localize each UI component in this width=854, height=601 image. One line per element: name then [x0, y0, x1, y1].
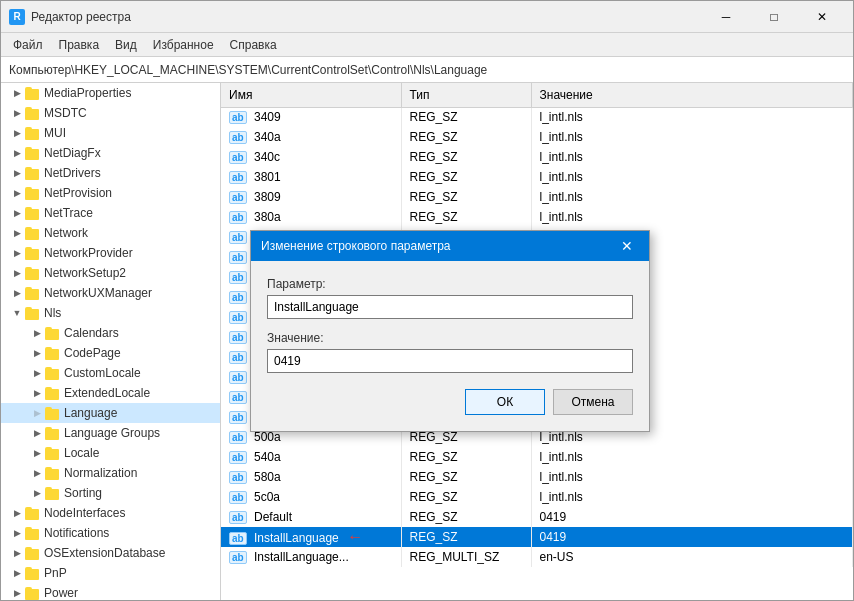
param-input[interactable] — [267, 295, 633, 319]
dialog-title: Изменение строкового параметра — [261, 239, 615, 253]
value-input[interactable] — [267, 349, 633, 373]
param-label: Параметр: — [267, 277, 633, 291]
ok-button[interactable]: ОК — [465, 389, 545, 415]
dialog-buttons: ОК Отмена — [267, 389, 633, 415]
dialog-body: Параметр: Значение: ОК Отмена — [251, 261, 649, 431]
edit-string-dialog: Изменение строкового параметра ✕ Парамет… — [250, 230, 650, 432]
cancel-button[interactable]: Отмена — [553, 389, 633, 415]
dialog-overlay: Изменение строкового параметра ✕ Парамет… — [0, 0, 854, 601]
dialog-titlebar: Изменение строкового параметра ✕ — [251, 231, 649, 261]
value-label: Значение: — [267, 331, 633, 345]
dialog-close-button[interactable]: ✕ — [615, 234, 639, 258]
